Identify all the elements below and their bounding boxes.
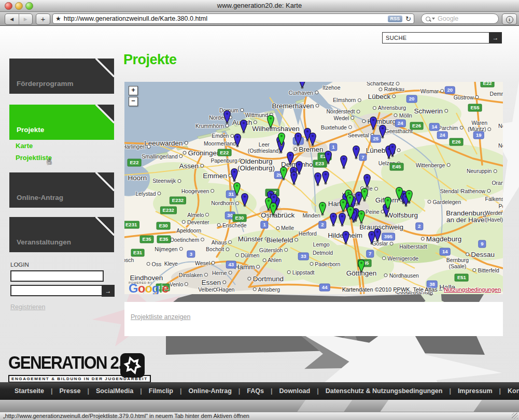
close-button[interactable] [5,2,12,10]
map-pin-green[interactable] [269,202,277,216]
map-city-label: Bitterfeld [472,267,499,273]
sidebar-item-online-antrag[interactable]: Online-Antrag [9,172,114,208]
resize-grip-icon[interactable] [512,413,518,419]
map-city-label: Buxtehude [321,124,352,131]
map-city-label: Güstrow [454,94,479,100]
forward-button[interactable]: ▶ [19,14,33,24]
new-tab-button[interactable]: + [36,13,50,25]
sidebar-item-projekte[interactable]: Projekte [9,105,114,140]
footer-link[interactable]: SocialMedia [96,387,133,395]
map-pin-blue[interactable] [340,155,347,169]
map-pin-green[interactable] [233,182,241,196]
map-pin-blue[interactable] [370,117,377,131]
map-pin-blue[interactable] [342,231,350,245]
map-pin-green[interactable] [357,259,365,273]
projektliste-anzeigen-link[interactable]: Projektliste anzeigen [131,313,190,321]
map-pin-green[interactable] [266,114,274,128]
maximize-button[interactable] [25,2,33,10]
sidebar-item-veranstaltungen[interactable]: Veranstaltungen [9,217,114,252]
footer-link[interactable]: Online-Antrag [188,387,231,395]
map-pin-blue[interactable] [374,228,382,242]
map-city-label: (Saale) [448,263,466,269]
map-pin-blue[interactable] [338,213,346,227]
google-logo-block: POWERED BY Google [129,282,169,294]
sidebar-item-foerderprogramm[interactable]: Förderprogramm [9,59,114,94]
map-pin-blue[interactable] [378,125,386,139]
map-pin-green[interactable] [339,198,347,212]
login-password-input[interactable] [10,285,104,296]
city-dot-icon [226,248,229,251]
city-dot-icon [229,271,232,274]
footer-link[interactable]: Filmclip [149,387,173,395]
map-city-label: Dülmen [235,252,259,258]
map-pin-green[interactable] [318,202,326,216]
footer-link[interactable]: Startseite [15,387,44,395]
footer-link[interactable]: Presse [59,387,80,395]
back-button[interactable]: ◀ [5,14,19,24]
map-pin-blue[interactable] [299,82,306,89]
map-city-label: Neuruppin [467,168,497,174]
map-pin-green[interactable] [346,206,354,220]
map-pin-green[interactable] [395,186,403,200]
logo-title: GENERATION 2.0 [8,352,136,373]
city-dot-icon [460,126,464,129]
map-pin-blue[interactable] [352,145,360,159]
rss-badge[interactable]: RSS [388,16,403,22]
road-badge: E232 [170,197,186,205]
map-pin-blue[interactable] [290,171,298,185]
map-pin-green[interactable] [277,133,285,147]
register-link[interactable]: Registrieren [10,303,45,311]
map-pin-blue[interactable] [241,193,249,207]
site-search-button[interactable]: → [489,32,502,44]
map-zoom-in-button[interactable]: + [129,86,138,95]
login-username-input[interactable] [10,270,104,282]
map-pin-blue[interactable] [240,119,247,133]
map-pin-blue[interactable] [314,172,322,186]
map-pin-blue[interactable] [363,174,371,188]
map-pin-blue[interactable] [322,171,330,185]
footer-link[interactable]: FAQs [247,387,264,395]
map-pin-green[interactable] [360,188,368,202]
login-submit-button[interactable]: → [102,285,115,297]
map-pin-blue[interactable] [324,151,332,165]
map-city-label: Schwerin [414,107,448,114]
address-bar[interactable]: ★ http://www.generationzweinull.de/Karte… [52,13,414,24]
footer-link[interactable]: Datenschutz & Nutzungsbedingungen [326,387,443,395]
site-search-input[interactable] [382,32,493,44]
city-dot-icon [179,247,183,251]
map-zoom-out-button[interactable]: − [129,97,138,106]
city-dot-icon [217,223,221,227]
map-pin-blue[interactable] [230,168,238,182]
browser-search-field[interactable]: Google [421,13,499,24]
sidebar-item-karte[interactable]: Karte [16,142,33,150]
reload-icon[interactable]: ↻ [405,15,411,23]
map-pin-green[interactable] [384,197,392,211]
city-dot-icon [222,280,226,284]
footer-link[interactable]: Download [279,387,310,395]
terms-link[interactable]: Nutzungsbedingungen [444,286,501,293]
map-pin-green[interactable] [357,210,365,224]
city-dot-icon [382,256,386,260]
window-titlebar[interactable]: www.generation20.de: Karte [0,0,519,12]
map-city-label: Hamburg [362,118,397,125]
map-pin-green[interactable] [405,190,413,204]
map-pin-blue[interactable] [308,132,316,146]
map-pin-blue[interactable] [294,132,302,146]
map-pin-blue[interactable] [329,213,337,227]
map-city-label: Magdeburg [421,235,461,242]
map-pin-blue[interactable] [388,143,396,157]
map-city-label: Ne [498,142,503,149]
footer-nav-list: Startseite|Presse|SocialMedia|Filmclip|O… [0,382,519,400]
map-pin-blue[interactable] [286,152,294,166]
minimize-button[interactable] [15,2,23,10]
map-pin-blue[interactable] [234,134,242,148]
info-button[interactable]: i [502,13,517,25]
footer-link[interactable]: Kontakt [508,387,519,395]
map-city-label: Ahaus [212,239,232,245]
map-pin-green[interactable] [280,166,288,180]
map-pin-blue[interactable] [223,110,231,124]
window-title: www.generation20.de: Karte [0,0,519,11]
footer-link[interactable]: Impressum [458,387,493,395]
map-city-label: Peine [366,209,385,215]
map[interactable]: CuxhavenItzehoeScharbeutzRatekauLübeckWi… [124,82,503,294]
